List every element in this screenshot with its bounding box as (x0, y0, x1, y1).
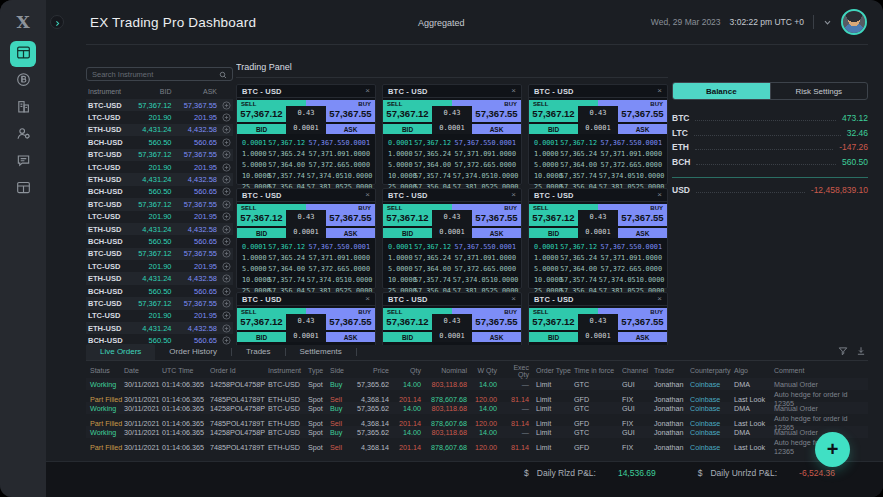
order-row[interactable]: Working30/11/202101:14:06.36514258POL475… (86, 402, 868, 414)
bid-button[interactable]: BID (237, 228, 286, 238)
close-icon[interactable]: × (511, 295, 516, 303)
orders-column-header: Status (90, 367, 124, 374)
order-row[interactable]: Working30/11/202101:14:06.36514258POL475… (86, 378, 868, 390)
add-instrument-icon[interactable] (217, 163, 231, 172)
add-instrument-icon[interactable] (217, 299, 231, 308)
close-icon[interactable]: × (365, 87, 370, 95)
add-instrument-icon[interactable] (217, 125, 231, 134)
instrument-row[interactable]: ETH-USD 4,431.24 4,432.58 (86, 322, 233, 334)
order-row[interactable]: Part Filled30/11/202101:14:06.3657485POL… (86, 414, 868, 426)
add-instrument-icon[interactable] (217, 324, 231, 333)
user-avatar[interactable] (841, 9, 867, 35)
instrument-row[interactable]: LTC-USD 201.90 201.95 (86, 310, 233, 322)
instrument-row[interactable]: BTC-USD 57,367.12 57,367.55 (86, 99, 233, 111)
ask-button[interactable]: ASK (618, 332, 667, 342)
ask-button[interactable]: ASK (326, 124, 375, 134)
add-instrument-icon[interactable] (217, 311, 231, 320)
add-instrument-icon[interactable] (217, 138, 231, 147)
ask-button[interactable]: ASK (472, 332, 521, 342)
sidebar-collapse-button[interactable] (50, 15, 64, 29)
order-book-row: 1.000057,365.2457,371.091.0000 (388, 252, 516, 263)
add-instrument-icon[interactable] (217, 150, 231, 159)
instrument-search[interactable] (86, 67, 233, 81)
add-instrument-icon[interactable] (217, 287, 231, 296)
download-icon[interactable] (856, 346, 866, 358)
orders-column-header: Channel (622, 367, 654, 374)
chevron-down-icon[interactable] (823, 13, 832, 31)
add-instrument-icon[interactable] (217, 262, 231, 271)
spread-value: 0.43 (298, 317, 315, 325)
ask-button[interactable]: ASK (326, 228, 375, 238)
tab-order-history[interactable]: Order History (155, 344, 231, 360)
tab-risk-settings[interactable]: Risk Settings (770, 83, 868, 99)
add-instrument-icon[interactable] (217, 225, 231, 234)
close-icon[interactable]: × (511, 87, 516, 95)
bid-button[interactable]: BID (529, 332, 578, 342)
search-icon[interactable] (219, 65, 227, 83)
sidebar-item-institution[interactable] (10, 95, 36, 121)
instrument-row[interactable]: LTC-USD 201.90 201.95 (86, 260, 233, 272)
add-instrument-icon[interactable] (217, 175, 231, 184)
bid-button[interactable]: BID (529, 124, 578, 134)
ask-button[interactable]: ASK (618, 124, 667, 134)
tab-settlements[interactable]: Settlements (286, 344, 356, 360)
add-instrument-icon[interactable] (217, 187, 231, 196)
order-row[interactable]: Working30/11/202101:14:06.36514258POL475… (86, 426, 868, 438)
sidebar-item-chat[interactable] (10, 149, 36, 175)
tab-trades[interactable]: Trades (232, 344, 285, 360)
instrument-row[interactable]: ETH-USD 4,431.24 4,432.58 (86, 223, 233, 235)
bid-button[interactable]: BID (383, 124, 432, 134)
sidebar-item-markets[interactable] (10, 68, 36, 94)
bid-button[interactable]: BID (383, 228, 432, 238)
add-instrument-icon[interactable] (217, 249, 231, 258)
sidebar-item-workspace[interactable] (10, 176, 36, 202)
add-instrument-icon[interactable] (217, 101, 231, 110)
filter-icon[interactable] (838, 346, 848, 358)
sidebar-item-dashboard[interactable] (10, 41, 36, 67)
instrument-row[interactable]: ETH-USD 4,431.24 4,432.58 (86, 124, 233, 136)
add-widget-button[interactable]: + (815, 432, 850, 467)
instrument-row[interactable]: LTC-USD 201.90 201.95 (86, 211, 233, 223)
bid-button[interactable]: BID (237, 124, 286, 134)
instrument-row[interactable]: BTC-USD 57,367.12 57,367.55 (86, 248, 233, 260)
add-instrument-icon[interactable] (217, 212, 231, 221)
trading-widget: BTC - USD × SELL 57,367.12 BUY 57,367.55… (382, 188, 522, 289)
tab-balance[interactable]: Balance (673, 83, 770, 99)
instrument-row[interactable]: BCH-USD 560.50 560.65 (86, 285, 233, 297)
tab-live-orders[interactable]: Live Orders (86, 344, 155, 360)
ask-button[interactable]: ASK (472, 124, 521, 134)
order-row[interactable]: Part Filled30/11/202101:14:06.3657485POL… (86, 390, 868, 402)
bid-button[interactable]: BID (529, 228, 578, 238)
instrument-name: BTC-USD (88, 150, 134, 159)
close-icon[interactable]: × (511, 191, 516, 199)
close-icon[interactable]: × (657, 295, 662, 303)
instrument-row[interactable]: ETH-USD 4,431.24 4,432.58 (86, 173, 233, 185)
instrument-row[interactable]: LTC-USD 201.90 201.95 (86, 161, 233, 173)
close-icon[interactable]: × (365, 295, 370, 303)
instrument-row[interactable]: BTC-USD 57,367.12 57,367.55 (86, 149, 233, 161)
instrument-row[interactable]: BCH-USD 560.50 560.65 (86, 136, 233, 148)
ask-button[interactable]: ASK (472, 228, 521, 238)
instrument-row[interactable]: BTC-USD 57,367.12 57,367.55 (86, 198, 233, 210)
instrument-list: BTC-USD 57,367.12 57,367.55 LTC-USD 201.… (86, 99, 233, 347)
bid-button[interactable]: BID (237, 332, 286, 342)
ask-button[interactable]: ASK (618, 228, 667, 238)
orders-column-header: W Qty (474, 367, 504, 374)
close-icon[interactable]: × (365, 191, 370, 199)
add-instrument-icon[interactable] (217, 237, 231, 246)
sidebar-item-user-settings[interactable] (10, 122, 36, 148)
search-input[interactable] (92, 70, 219, 79)
ask-button[interactable]: ASK (326, 332, 375, 342)
instrument-row[interactable]: LTC-USD 201.90 201.95 (86, 111, 233, 123)
add-instrument-icon[interactable] (217, 200, 231, 209)
instrument-row[interactable]: BTC-USD 57,367.12 57,367.55 (86, 297, 233, 309)
instrument-row[interactable]: ETH-USD 4,431.24 4,432.58 (86, 272, 233, 284)
add-instrument-icon[interactable] (217, 113, 231, 122)
instrument-row[interactable]: BCH-USD 560.50 560.65 (86, 186, 233, 198)
bid-button[interactable]: BID (383, 332, 432, 342)
close-icon[interactable]: × (657, 87, 662, 95)
add-instrument-icon[interactable] (217, 274, 231, 283)
close-icon[interactable]: × (657, 191, 662, 199)
order-row[interactable]: Part Filled30/11/202101:14:06.3657485POL… (86, 438, 868, 450)
instrument-row[interactable]: BCH-USD 560.50 560.65 (86, 235, 233, 247)
